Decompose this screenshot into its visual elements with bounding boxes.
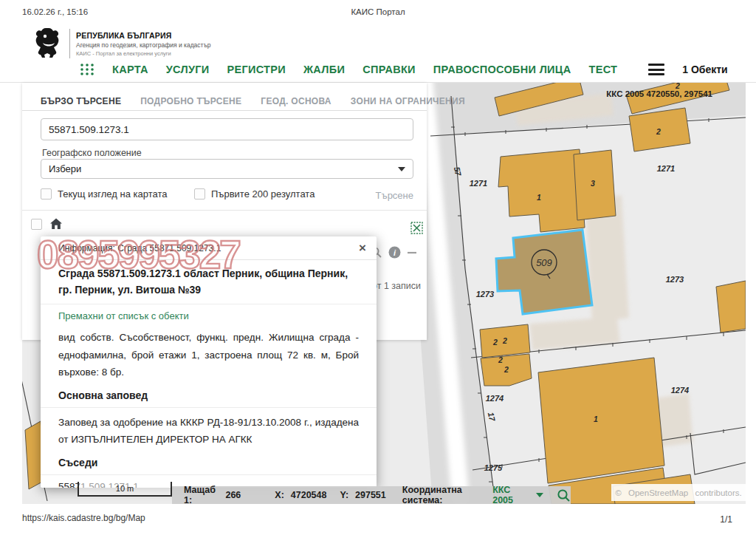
svg-text:509: 509 [536, 257, 552, 268]
brand-block: РЕПУБЛИКА БЪЛГАРИЯ Агенция по геодезия, … [34, 27, 211, 61]
checkbox-first-200-label: Първите 200 резултата [211, 188, 315, 200]
info-dialog: Информация: Сграда 55871.509.1273.1 × Сг… [41, 236, 377, 488]
geo-select[interactable]: Избери [41, 159, 413, 179]
svg-text:2: 2 [498, 355, 503, 364]
org-name: РЕПУБЛИКА БЪЛГАРИЯ [76, 31, 211, 40]
building-description: вид собств. Съсобственост, функц. предн.… [58, 329, 359, 381]
search-tabs: БЪРЗО ТЪРСЕНЕ ПОДРОБНО ТЪРСЕНЕ ГЕОД. ОСН… [22, 92, 427, 111]
print-url: https://kais.cadastre.bg/bg/Map [22, 513, 145, 523]
svg-text:1274: 1274 [671, 386, 689, 395]
tab-detailed-search[interactable]: ПОДРОБНО ТЪРСЕНЕ [140, 96, 241, 106]
fullscreen-expand-icon[interactable] [410, 222, 423, 234]
record-info-icon[interactable]: i [388, 246, 401, 259]
scale-label: Мащаб 1: [184, 485, 218, 505]
svg-text:1: 1 [537, 193, 541, 202]
close-icon[interactable]: × [359, 242, 366, 254]
building-heading: Сграда 55871.509.1273.1 област Перник, о… [58, 266, 359, 298]
scale-bar-label: 10 m [116, 484, 134, 493]
dialog-header: Информация: Сграда 55871.509.1273.1 × [41, 236, 377, 260]
checkbox-icon[interactable] [41, 188, 52, 200]
checkbox-current-view-label: Текущ изглед на картата [58, 188, 167, 200]
map-scale-bar: 10 m [78, 482, 172, 497]
org-subtitle: Агенция по геодезия, картография и кадас… [76, 41, 211, 49]
dialog-divider [41, 407, 377, 408]
x-label: X: [275, 490, 284, 500]
main-nav: КАРТА УСЛУГИ РЕГИСТРИ ЖАЛБИ СПРАВКИ ПРАВ… [80, 59, 756, 80]
result-row[interactable] [31, 218, 63, 230]
hamburger-menu-icon[interactable] [648, 61, 664, 78]
panel-divider [22, 210, 427, 211]
print-datetime: 16.02.26 г., 15:16 [22, 7, 88, 16]
y-label: Y: [340, 490, 348, 500]
scale-value: 266 [225, 490, 241, 500]
apps-grid-icon[interactable] [80, 62, 94, 77]
tab-quick-search[interactable]: БЪРЗО ТЪРСЕНЕ [41, 96, 121, 106]
svg-text:1271: 1271 [657, 164, 675, 173]
order-text: Заповед за одобрение на КККР РД-18-91/13… [58, 414, 359, 448]
x-value: 4720548 [291, 490, 327, 500]
nav-item-karta[interactable]: КАРТА [112, 64, 148, 75]
coat-of-arms-lion-icon [34, 27, 63, 61]
checkbox-icon[interactable] [194, 188, 205, 200]
nav-item-test[interactable]: ТЕСТ [589, 64, 618, 75]
remove-from-objects-link[interactable]: Премахни от списък с обекти [58, 310, 359, 321]
checkbox-first-200[interactable]: Първите 200 резултата [194, 188, 315, 200]
search-input[interactable] [41, 118, 413, 140]
svg-text:1273: 1273 [476, 290, 494, 299]
nav-item-pravosposobni-litsa[interactable]: ПРАВОСПОСОБНИ ЛИЦА [433, 64, 571, 75]
svg-text:1: 1 [594, 415, 598, 423]
map-attribution[interactable]: © OpenStreetMap contributors. [611, 484, 746, 501]
crs-chevron-down-icon[interactable] [536, 493, 543, 497]
crs-label: Координатна система: [402, 485, 485, 505]
org-tagline: КАИС - Портал за електронни услуги [76, 50, 211, 57]
dialog-title: Информация: Сграда 55871.509.1273.1 [58, 243, 221, 253]
brand-divider [69, 29, 70, 58]
y-value: 297551 [355, 490, 386, 500]
search-button[interactable]: Търсене [376, 190, 413, 201]
chevron-down-icon [398, 167, 405, 171]
nav-item-spravki[interactable]: СПРАВКИ [362, 64, 416, 75]
order-heading: Основна заповед [58, 389, 359, 401]
svg-text:3: 3 [591, 179, 595, 188]
print-page-number: 1/1 [720, 514, 732, 525]
geo-select-value: Избери [49, 163, 81, 174]
map-coordinates-label: ККС 2005 4720550, 297541 [606, 89, 712, 98]
nav-item-zhalbi[interactable]: ЖАЛБИ [303, 64, 345, 75]
svg-text:2: 2 [656, 127, 661, 136]
nav-item-registri[interactable]: РЕГИСТРИ [227, 64, 286, 75]
svg-text:1273: 1273 [666, 275, 684, 284]
checkbox-current-view[interactable]: Текущ изглед на картата [41, 188, 167, 200]
objects-count[interactable]: 1 Обекти [682, 64, 727, 75]
building-home-icon [49, 218, 63, 230]
geo-position-label: Географско положение [42, 148, 142, 158]
svg-text:1271: 1271 [470, 179, 487, 188]
records-count: от 1 записи [372, 281, 421, 291]
svg-text:1274: 1274 [486, 394, 504, 403]
svg-text:1275: 1275 [484, 463, 503, 472]
neighbors-heading: Съседи [58, 457, 359, 468]
map-status-bar: Мащаб 1: 266 X: 4720548 Y: 297551 Коорди… [172, 486, 571, 504]
nav-item-uslugi[interactable]: УСЛУГИ [166, 64, 210, 75]
svg-text:2: 2 [492, 338, 498, 347]
tab-restriction-zones[interactable]: ЗОНИ НА ОГРАНИЧЕНИЯ [351, 96, 465, 106]
dialog-divider [41, 474, 377, 475]
tab-geodetic-base[interactable]: ГЕОД. ОСНОВА [261, 96, 331, 106]
crs-select[interactable]: ККС 2005 [492, 485, 526, 505]
print-title: КАИС Портал [351, 7, 405, 16]
svg-text:2: 2 [502, 336, 507, 345]
svg-text:2: 2 [504, 365, 509, 374]
remove-record-icon[interactable] [407, 251, 417, 254]
result-checkbox[interactable] [31, 219, 42, 230]
map-search-icon[interactable] [557, 488, 571, 502]
dialog-divider [41, 304, 377, 304]
